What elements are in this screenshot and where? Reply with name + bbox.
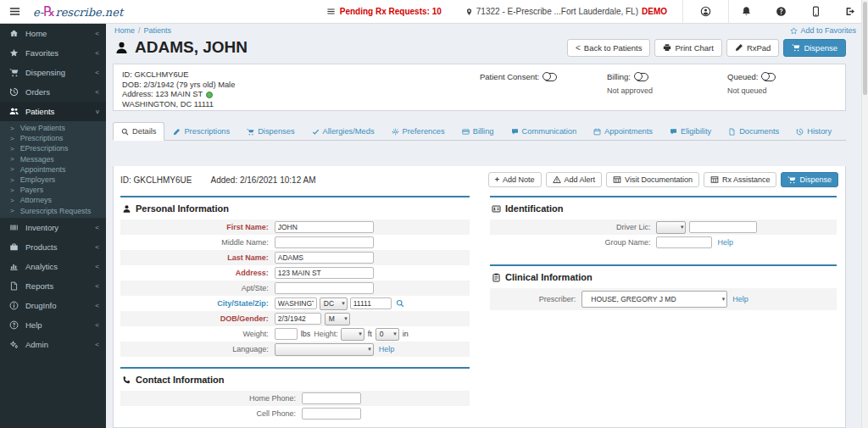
patient-consent-toggle[interactable]: [543, 73, 557, 81]
rx-assistance-button[interactable]: Rx Assistance: [704, 172, 777, 187]
apt-ste-input[interactable]: [275, 282, 374, 294]
sidebar-item-view-patients[interactable]: >View Patients: [0, 123, 106, 133]
dispense-button[interactable]: Dispense: [783, 39, 846, 57]
last-name-row: Last Name:: [120, 250, 470, 265]
home-phone-input[interactable]: [302, 392, 361, 404]
group-name-input[interactable]: [656, 236, 712, 248]
sidebar-toggle-hamburger-icon[interactable]: [8, 5, 21, 18]
pencil-icon: [735, 43, 743, 52]
home-phone-row: Home Phone:: [120, 391, 470, 406]
notifications-button[interactable]: [729, 0, 764, 23]
language-row: Language: ▾ Help: [120, 342, 470, 357]
sidebar-item-help[interactable]: Help<: [0, 315, 106, 335]
sidebar-item-messages[interactable]: >Messages: [0, 154, 106, 164]
zip-search-icon[interactable]: [396, 299, 404, 308]
sidebar-item-dispensing[interactable]: Dispensing<: [0, 63, 106, 82]
patients-submenu: >View Patients >Prescriptions >EPrescrip…: [0, 121, 106, 218]
gender-select[interactable]: M▾: [325, 313, 350, 325]
chevron-left-icon: <: [576, 43, 581, 53]
breadcrumb-patients-link[interactable]: Patients: [144, 26, 172, 35]
add-alert-button[interactable]: Add Alert: [546, 172, 603, 187]
address-input[interactable]: [275, 267, 374, 279]
billing-toggle[interactable]: [635, 73, 648, 81]
cell-phone-row: Cell Phone:: [120, 406, 470, 421]
tab-preferences[interactable]: Preferences: [383, 122, 453, 141]
sidebar-item-appointments[interactable]: >Appointments: [0, 164, 106, 175]
pending-rx-requests-link[interactable]: Pending Rx Requests: 10: [326, 7, 442, 16]
mobile-app-button[interactable]: [798, 0, 833, 23]
scrollbar-thumb[interactable]: [863, 2, 867, 95]
dispense-button[interactable]: Dispense: [781, 172, 838, 187]
tab-prescriptions[interactable]: Prescriptions: [164, 122, 238, 141]
details-panel-header: ID: GKCLHMY6UE Added: 2/16/2021 10:12 AM…: [114, 166, 845, 192]
sidebar-item-druginfo[interactable]: DrugInfo<: [0, 296, 106, 315]
rxpad-button[interactable]: RxPad: [726, 39, 780, 57]
sidebar-item-home[interactable]: Home<: [0, 24, 106, 43]
city-input[interactable]: [275, 297, 317, 309]
state-select[interactable]: DC▾: [320, 297, 348, 310]
print-chart-button[interactable]: Print Chart: [654, 39, 721, 57]
sidebar-item-prescriptions[interactable]: >Prescriptions: [0, 133, 106, 143]
tab-allergies-meds[interactable]: Allergies/Meds: [303, 122, 383, 141]
bell-icon: [741, 6, 752, 17]
language-help-link[interactable]: Help: [379, 345, 395, 353]
sidebar-item-attorneys[interactable]: >Attorneys: [0, 195, 106, 205]
tab-communication[interactable]: Communication: [503, 122, 586, 141]
tab-history[interactable]: History: [787, 122, 840, 141]
sidebar-item-analytics[interactable]: Analytics<: [0, 257, 106, 276]
prescriber-help-link[interactable]: Help: [732, 295, 748, 303]
cart-icon: [247, 128, 254, 136]
comment-icon: [670, 128, 677, 136]
sidebar-item-admin[interactable]: Admin<: [0, 335, 106, 354]
height-in-select[interactable]: 0▾: [376, 328, 399, 341]
tab-dispenses[interactable]: Dispenses: [238, 122, 303, 141]
sidebar-item-favorites[interactable]: Favorites<: [0, 43, 106, 63]
sidebar-item-reports[interactable]: Reports<: [0, 276, 106, 296]
tab-appointments[interactable]: Appointments: [585, 122, 661, 141]
tab-billing[interactable]: Billing: [453, 122, 503, 141]
back-to-patients-button[interactable]: <Back to Patients: [567, 39, 651, 57]
driver-lic-input[interactable]: [689, 221, 757, 233]
patient-consent-toggle-group: Patient Consent:: [480, 72, 607, 95]
add-note-button[interactable]: +Add Note: [488, 172, 542, 187]
language-select[interactable]: ▾: [275, 343, 374, 356]
warning-triangle-icon: [553, 175, 561, 184]
pharmacy-location-selector[interactable]: 71322 - E-Prescribe ...Fort Lauderdale, …: [465, 7, 667, 17]
tab-details[interactable]: Details: [113, 122, 164, 141]
sidebar-item-orders[interactable]: Orders<: [0, 82, 106, 102]
user-account-button[interactable]: [683, 0, 728, 23]
last-name-input[interactable]: [275, 252, 374, 264]
zip-input[interactable]: [350, 297, 392, 309]
sidebar-item-payers[interactable]: >Payers: [0, 185, 106, 195]
group-name-help-link[interactable]: Help: [717, 238, 733, 247]
visit-documentation-button[interactable]: Visit Documentation: [606, 172, 699, 187]
breadcrumb-home-link[interactable]: Home: [114, 26, 135, 35]
tab-eligibility[interactable]: Eligibility: [661, 122, 720, 141]
driver-lic-state-select[interactable]: ▾: [656, 221, 686, 234]
tab-documents[interactable]: Documents: [720, 122, 787, 141]
first-name-input[interactable]: [275, 221, 374, 233]
sidebar-item-inventory[interactable]: Inventory<: [0, 218, 106, 237]
sign-out-icon: [845, 6, 856, 17]
sidebar-item-employers[interactable]: >Employers: [0, 175, 106, 185]
sidebar-item-eprescriptions[interactable]: >EPrescriptions: [0, 143, 106, 153]
clinical-information-section: Clinical Information Prescriber: HOUSE, …: [490, 264, 837, 310]
cell-phone-input[interactable]: [302, 408, 361, 420]
app-logo[interactable]: e-℞rescribe.net: [33, 3, 123, 19]
vertical-scrollbar[interactable]: [861, 0, 868, 428]
sidebar-item-surescripts-requests[interactable]: >Surescripts Requests: [0, 206, 106, 216]
prescriber-select[interactable]: HOUSE, GREGORY J MD▾: [581, 291, 727, 308]
queued-toggle[interactable]: [762, 73, 776, 81]
sidebar-item-products[interactable]: Products<: [0, 237, 106, 257]
middle-name-input[interactable]: [275, 236, 374, 248]
cart-icon: [792, 43, 800, 52]
queued-status-text: Not queued: [727, 86, 854, 95]
height-ft-select[interactable]: ▾: [341, 328, 364, 341]
sidebar-item-patients[interactable]: Patientsv: [0, 102, 106, 121]
patient-tabs: Details Prescriptions Dispenses Allergie…: [113, 122, 846, 141]
dob-input[interactable]: [275, 313, 321, 325]
help-button[interactable]: [764, 0, 798, 23]
address-verified-icon[interactable]: [206, 92, 213, 98]
weight-input[interactable]: [275, 328, 298, 340]
add-to-favorites-link[interactable]: Add to Favorites: [790, 26, 856, 35]
